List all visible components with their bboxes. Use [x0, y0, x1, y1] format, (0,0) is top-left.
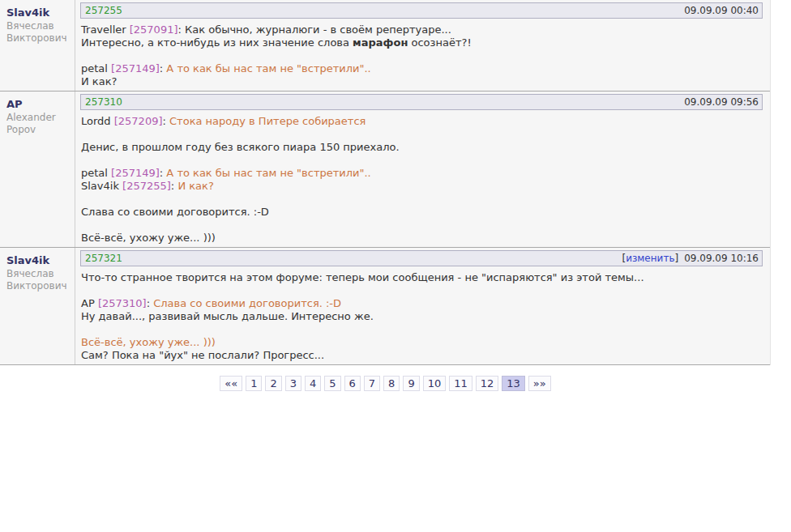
quote-ref-link[interactable]: [257149]	[111, 167, 160, 179]
pagination-page[interactable]: 5	[324, 376, 340, 391]
text-segment: :	[163, 115, 170, 127]
post-text-line: Ну давай..., развивай мысль дальше. Инте…	[81, 310, 763, 323]
post-text-line: Сам? Пока на "йух" не послали? Прогресс.…	[81, 349, 763, 362]
text-segment: Traveller	[81, 23, 130, 36]
post-date: 09.09.09 00:40	[684, 3, 759, 18]
post-text-line	[81, 219, 763, 232]
post-content-cell: 25725509.09.09 00:40Traveller [257091]: …	[75, 0, 770, 91]
forum-post: Slav4ikВячеславВикторович257321[изменить…	[0, 248, 770, 365]
post-content-cell: 25731009.09.09 09:56Lordd [257209]: Сток…	[75, 92, 770, 247]
author-cell: Slav4ikВячеславВикторович	[0, 248, 75, 364]
text-segment: марафон	[353, 36, 408, 49]
post-text-line: Слава со своими договорится. :-D	[81, 206, 763, 219]
author-realname: Вячеслав	[6, 268, 75, 280]
author-nickname[interactable]: Slav4ik	[6, 6, 49, 19]
post-date: 09.09.09 09:56	[684, 95, 759, 109]
edit-link-wrap: [изменить]	[622, 251, 678, 266]
text-segment: Сам? Пока на "йух" не послали? Прогресс.…	[81, 349, 324, 361]
post-text-line: petal [257149]: А то как бы нас там не "…	[81, 62, 763, 75]
text-segment: petal	[81, 167, 111, 179]
pagination-page[interactable]: 3	[285, 376, 301, 391]
text-segment: Денис, в прошлом году без всякого пиара …	[81, 141, 400, 153]
text-segment: : Как обычно, журналюги - в своём реперт…	[178, 23, 451, 36]
text-segment: Стока народу в Питере собирается	[169, 115, 366, 127]
pagination-next[interactable]: »»	[528, 376, 551, 391]
pagination-page[interactable]: 12	[476, 376, 499, 391]
quote-ref-link[interactable]: [257091]	[130, 23, 178, 36]
pagination-prev[interactable]: ««	[220, 376, 242, 391]
post-text-line: Денис, в прошлом году без всякого пиара …	[81, 141, 763, 154]
forum-post: Slav4ikВячеславВикторович25725509.09.09 …	[0, 0, 770, 92]
edit-link[interactable]: изменить	[626, 253, 674, 264]
author-nickname[interactable]: Slav4ik	[6, 254, 49, 266]
pagination-page[interactable]: 4	[305, 376, 321, 391]
post-text-line: Интересно, а кто-нибудь из них значение …	[81, 36, 763, 49]
author-realname: Alexander	[6, 112, 75, 124]
text-segment: Слава со своими договорится. :-D	[153, 297, 341, 309]
forum-post: APAlexanderPopov25731009.09.09 09:56Lord…	[0, 92, 770, 248]
post-id-link[interactable]: 257255	[81, 3, 122, 18]
text-segment: :	[147, 297, 154, 309]
pagination-page[interactable]: 11	[449, 376, 472, 391]
post-date: 09.09.09 10:16	[684, 251, 759, 266]
author-realname: Вячеслав	[6, 20, 75, 32]
text-segment: А то как бы нас там не "встретили"..	[166, 167, 370, 179]
post-text-line: AP [257310]: Слава со своими договорится…	[81, 297, 763, 310]
text-segment: Всё-всё, ухожу уже... )))	[81, 232, 216, 244]
forum-page: Slav4ikВячеславВикторович25725509.09.09 …	[0, 0, 791, 532]
quote-ref-link[interactable]: [257149]	[111, 62, 160, 74]
text-segment: Lordd	[81, 115, 114, 127]
author-cell: APAlexanderPopov	[0, 92, 75, 247]
text-segment: Ну давай..., развивай мысль дальше. Инте…	[81, 310, 374, 322]
text-segment: Слава со своими договорится. :-D	[81, 206, 269, 218]
author-cell: Slav4ikВячеславВикторович	[0, 0, 75, 91]
post-text-line	[81, 323, 763, 336]
quote-ref-link[interactable]: [257209]	[114, 115, 163, 127]
pagination: ««12345678910111213»»	[0, 365, 771, 399]
bracket-close: ]	[674, 253, 678, 264]
post-body: Traveller [257091]: Как обычно, журналюг…	[80, 19, 770, 91]
pagination-page[interactable]: 8	[383, 376, 400, 391]
post-body: Lordd [257209]: Стока народу в Питере со…	[80, 110, 770, 247]
text-segment: AP	[81, 297, 98, 309]
post-content-cell: 257321[изменить]09.09.09 10:16Что-то стр…	[75, 248, 770, 364]
pagination-page[interactable]: 10	[423, 376, 447, 391]
post-text-line	[81, 284, 763, 297]
text-segment: осознаёт?!	[408, 36, 471, 49]
quote-ref-link[interactable]: [257255]	[122, 180, 171, 192]
post-text-line: petal [257149]: А то как бы нас там не "…	[81, 167, 763, 180]
post-text-line	[81, 49, 763, 62]
text-segment: petal	[81, 62, 111, 74]
author-realname: Викторович	[6, 280, 75, 292]
post-header-right: 09.09.09 09:56	[684, 95, 762, 109]
post-header: 257321[изменить]09.09.09 10:16	[80, 250, 763, 266]
forum-thread: Slav4ikВячеславВикторович25725509.09.09 …	[0, 0, 771, 365]
pagination-page[interactable]: 1	[246, 376, 262, 391]
text-segment: Что-то странное творится на этом форуме:…	[81, 271, 644, 283]
author-nickname[interactable]: AP	[6, 98, 23, 110]
pagination-page[interactable]: 2	[265, 376, 281, 391]
post-text-line	[81, 128, 763, 141]
pagination-page[interactable]: 9	[403, 376, 419, 391]
pagination-page[interactable]: 6	[344, 376, 361, 391]
text-segment: И как?	[81, 75, 117, 87]
post-text-line: И как?	[81, 75, 763, 88]
quote-ref-link[interactable]: [257310]	[98, 297, 147, 309]
pagination-page[interactable]: 7	[364, 376, 380, 391]
text-segment: И как?	[177, 180, 213, 192]
post-text-line: Что-то странное творится на этом форуме:…	[81, 271, 763, 284]
post-text-line: Всё-всё, ухожу уже... )))	[81, 336, 763, 349]
post-text-line: Lordd [257209]: Стока народу в Питере со…	[81, 115, 763, 128]
post-id-link[interactable]: 257310	[81, 95, 122, 109]
text-segment: Всё-всё, ухожу уже... )))	[81, 336, 216, 348]
post-text-line: Slav4ik [257255]: И как?	[81, 180, 763, 193]
post-text-line: Всё-всё, ухожу уже... )))	[81, 232, 763, 245]
author-realname: Викторович	[6, 32, 75, 45]
post-id-link[interactable]: 257321	[81, 251, 122, 266]
post-text-line: Traveller [257091]: Как обычно, журналюг…	[81, 23, 763, 36]
post-text-line	[81, 154, 763, 167]
post-header: 25725509.09.09 00:40	[80, 2, 763, 19]
pagination-page-current[interactable]: 13	[502, 376, 525, 391]
post-header-right: 09.09.09 00:40	[684, 3, 762, 18]
text-segment: Интересно, а кто-нибудь из них значение …	[81, 36, 353, 49]
